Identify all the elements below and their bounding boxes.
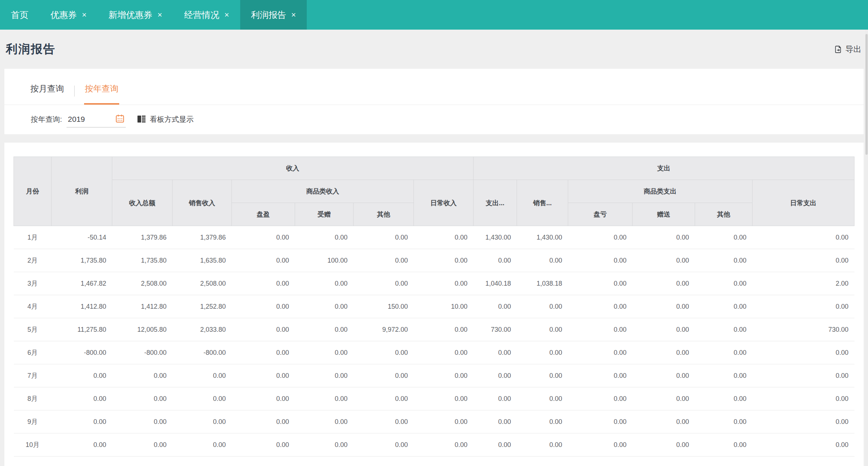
value-cell: 0.00 [414, 433, 473, 456]
value-cell: 0.00 [695, 364, 752, 387]
value-cell: 0.00 [517, 249, 568, 272]
window-tab[interactable]: 经营情况× [173, 0, 240, 30]
value-cell: 0.00 [173, 433, 232, 456]
year-input[interactable]: 2019 [67, 112, 126, 128]
value-cell: 0.00 [414, 341, 473, 364]
value-cell: 0.00 [295, 364, 354, 387]
value-cell: 0.00 [232, 318, 295, 341]
value-cell: 1,635.80 [173, 249, 232, 272]
value-cell: 0.00 [752, 387, 854, 410]
value-cell: 0.00 [232, 226, 295, 249]
tab-yearly-query[interactable]: 按年查询 [84, 83, 119, 105]
value-cell: 0.00 [414, 387, 473, 410]
value-cell: 1,379.86 [173, 226, 232, 249]
value-cell: 0.00 [517, 364, 568, 387]
value-cell: 0.00 [633, 249, 695, 272]
value-cell: 0.00 [295, 410, 354, 433]
value-cell: 2,508.00 [173, 272, 232, 295]
value-cell: 0.00 [568, 364, 633, 387]
value-cell: 0.00 [414, 364, 473, 387]
value-cell: 0.00 [354, 249, 414, 272]
group-goods-expense: 商品类支出 [568, 180, 752, 203]
page-header: 利润报告 导出 [0, 30, 868, 69]
value-cell: 0.00 [232, 433, 295, 456]
value-cell: 0.00 [517, 410, 568, 433]
value-cell: 0.00 [112, 364, 173, 387]
table-row: 4月1,412.801,412.801,252.800.000.00150.00… [14, 295, 854, 318]
month-cell: 10月 [14, 433, 52, 456]
value-cell: 0.00 [232, 272, 295, 295]
window-tab[interactable]: 新增优惠券× [98, 0, 173, 30]
value-cell: 12,005.80 [112, 318, 173, 341]
value-cell: 0.00 [52, 433, 112, 456]
value-cell: 0.00 [633, 318, 695, 341]
value-cell: 0.00 [695, 249, 752, 272]
value-cell: 150.00 [354, 295, 414, 318]
col-month: 月份 [14, 157, 52, 226]
col-profit: 利润 [52, 157, 112, 226]
value-cell: 1,735.80 [112, 249, 173, 272]
value-cell: 0.00 [752, 249, 854, 272]
tab-close-icon[interactable]: × [291, 11, 296, 19]
value-cell: 0.00 [354, 341, 414, 364]
col-surplus: 盘盈 [232, 203, 295, 226]
year-value: 2019 [67, 115, 85, 124]
value-cell: 1,467.82 [52, 272, 112, 295]
table-body: 1月-50.141,379.861,379.860.000.000.000.00… [14, 226, 854, 456]
calendar-icon[interactable] [115, 113, 125, 125]
value-cell: 0.00 [414, 318, 473, 341]
value-cell: 0.00 [295, 318, 354, 341]
value-cell: 0.00 [633, 364, 695, 387]
value-cell: 0.00 [473, 249, 517, 272]
window-tab-label: 经营情况 [184, 9, 219, 21]
board-view-button[interactable]: 看板方式显示 [137, 114, 194, 125]
value-cell: -800.00 [112, 341, 173, 364]
window-tab-label: 新增优惠券 [109, 9, 152, 21]
month-cell: 5月 [14, 318, 52, 341]
value-cell: 0.00 [473, 364, 517, 387]
table-row: 10月0.000.000.000.000.000.000.000.000.000… [14, 433, 854, 456]
value-cell: 0.00 [752, 226, 854, 249]
export-button[interactable]: 导出 [834, 44, 861, 55]
value-cell: 0.00 [517, 341, 568, 364]
value-cell: 0.00 [633, 272, 695, 295]
window-tab[interactable]: 优惠券× [39, 0, 98, 30]
col-gift: 赠送 [633, 203, 695, 226]
scrollbar-thumb[interactable] [865, 34, 868, 155]
col-daily-expense: 日常支出 [752, 180, 854, 226]
table-row: 2月1,735.801,735.801,635.800.00100.000.00… [14, 249, 854, 272]
value-cell: 0.00 [633, 226, 695, 249]
col-sales-expense: 销售... [517, 180, 568, 226]
tab-close-icon[interactable]: × [158, 11, 162, 19]
value-cell: 0.00 [354, 433, 414, 456]
col-sales-income: 销售收入 [173, 180, 232, 226]
query-panel: 按月查询 按年查询 按年查询: 2019 [4, 69, 864, 134]
value-cell: 0.00 [354, 364, 414, 387]
window-tab[interactable]: 利润报告× [240, 0, 307, 30]
vertical-scrollbar[interactable] [865, 30, 868, 466]
tab-close-icon[interactable]: × [224, 11, 229, 19]
tab-close-icon[interactable]: × [82, 11, 87, 19]
value-cell: 0.00 [568, 249, 633, 272]
value-cell: 0.00 [695, 226, 752, 249]
value-cell: -800.00 [173, 341, 232, 364]
year-filter-label: 按年查询: [31, 114, 62, 124]
col-expense-total: 支出... [473, 180, 517, 226]
value-cell: 0.00 [295, 387, 354, 410]
col-donated: 受赠 [295, 203, 354, 226]
value-cell: 100.00 [295, 249, 354, 272]
tab-monthly-query[interactable]: 按月查询 [30, 83, 65, 105]
group-goods-income: 商品类收入 [232, 180, 414, 203]
window-tab-label: 利润报告 [251, 9, 286, 21]
group-income: 收入 [112, 157, 473, 180]
month-cell: 9月 [14, 410, 52, 433]
value-cell: 0.00 [414, 410, 473, 433]
value-cell: 730.00 [752, 318, 854, 341]
value-cell: 0.00 [112, 433, 173, 456]
value-cell: 9,972.00 [354, 318, 414, 341]
value-cell: 0.00 [633, 341, 695, 364]
window-tab[interactable]: 首页 [0, 0, 39, 30]
col-other-expense: 其他 [695, 203, 752, 226]
value-cell: 0.00 [295, 272, 354, 295]
value-cell: 0.00 [695, 318, 752, 341]
